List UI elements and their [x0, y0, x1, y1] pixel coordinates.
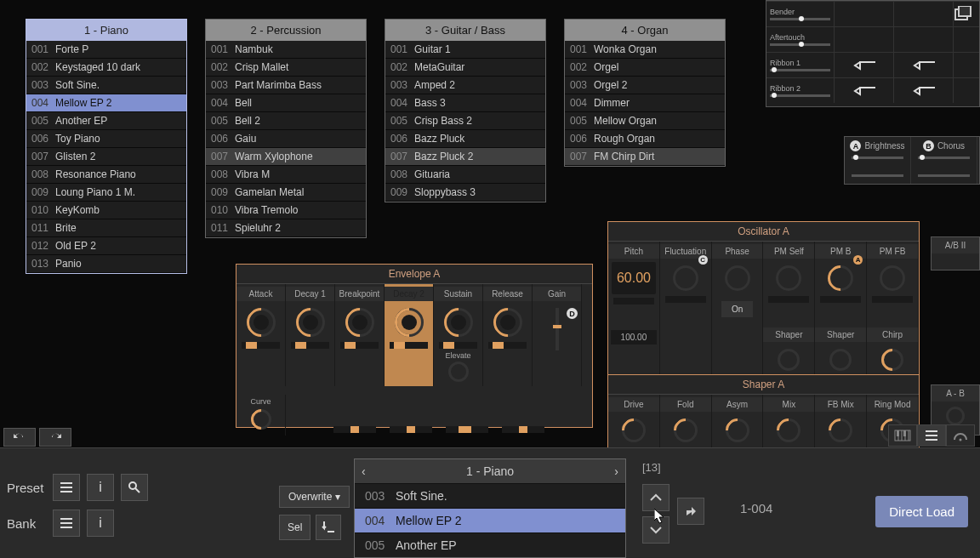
- macro-a[interactable]: ABrightness: [845, 137, 911, 166]
- mod-source[interactable]: Ribbon 1: [766, 53, 835, 77]
- redo-button[interactable]: [39, 428, 71, 447]
- browser-next-icon[interactable]: ›: [614, 464, 618, 478]
- chirp-knob[interactable]: [881, 349, 903, 371]
- osc-pitch[interactable]: Pitch60.00: [608, 242, 660, 325]
- view-keyboard-icon[interactable]: [888, 424, 917, 447]
- preset-item[interactable]: 004Dimmer: [565, 94, 725, 112]
- mod-route-a[interactable]: [835, 78, 894, 103]
- preset-item[interactable]: 003Orgel 2: [565, 77, 725, 94]
- preset-item[interactable]: 002Crisp Mallet: [206, 59, 366, 77]
- preset-item[interactable]: 005Another EP: [26, 112, 186, 130]
- ab-panel-1[interactable]: A/B II: [931, 236, 980, 270]
- category-header[interactable]: 3 - Guitar / Bass: [385, 20, 545, 41]
- preset-item[interactable]: 008Resonance Piano: [26, 166, 186, 184]
- nav-down-button[interactable]: [642, 516, 669, 544]
- preset-item[interactable]: 001Forte P: [26, 41, 186, 59]
- preset-item[interactable]: 009Loung Piano 1 M.: [26, 184, 186, 202]
- mod-route-a[interactable]: [835, 53, 894, 77]
- insert-button[interactable]: [316, 515, 341, 540]
- preset-item[interactable]: 006Rough Organ: [565, 130, 725, 148]
- mod-route-b[interactable]: [894, 27, 954, 52]
- preset-item[interactable]: 006Bazz Pluck: [385, 130, 545, 148]
- osc-pm-b[interactable]: PM BA: [815, 242, 867, 325]
- preset-item[interactable]: 009Gamelan Metal: [206, 184, 366, 202]
- shaper-knob-1[interactable]: [778, 349, 800, 371]
- mod-route-b[interactable]: [894, 2, 954, 26]
- curve-knob[interactable]: [251, 409, 271, 430]
- nav-up-button[interactable]: [642, 484, 669, 511]
- shaper-asym[interactable]: Asym: [712, 395, 764, 450]
- preset-item[interactable]: 010KeyKomb: [26, 202, 186, 219]
- mod-route-a[interactable]: [835, 27, 894, 52]
- bank-info-button[interactable]: i: [87, 510, 114, 537]
- shaper-drive[interactable]: Drive: [608, 395, 660, 450]
- preset-item[interactable]: 008Gituaria: [385, 166, 545, 184]
- envelope-stage-gain[interactable]: GainD: [533, 284, 582, 386]
- browser-prev-icon[interactable]: ‹: [362, 464, 366, 478]
- shaper-mix[interactable]: Mix: [763, 395, 815, 450]
- preset-item[interactable]: 011Spieluhr 2: [206, 219, 366, 237]
- macro-b[interactable]: BChorus: [911, 137, 977, 166]
- preset-item[interactable]: 002Orgel: [565, 59, 725, 77]
- preset-item[interactable]: 005Mellow Organ: [565, 112, 725, 130]
- mod-source[interactable]: Ribbon 2: [766, 78, 835, 103]
- sel-button[interactable]: Sel: [279, 515, 311, 540]
- envelope-stage-decay-1[interactable]: Decay 1: [286, 284, 335, 386]
- mod-route-a[interactable]: [835, 2, 894, 26]
- preset-item[interactable]: 007FM Chirp Dirt: [565, 148, 725, 166]
- osc-phase[interactable]: PhaseOn: [712, 242, 764, 325]
- browser-item[interactable]: 005Another EP: [355, 532, 625, 557]
- osc-pm-fb[interactable]: PM FB: [867, 242, 919, 325]
- direct-load-button[interactable]: Direct Load: [875, 496, 968, 527]
- preset-item[interactable]: 002Keystaged 10 dark: [26, 59, 186, 77]
- preset-item[interactable]: 007Bazz Pluck 2: [385, 148, 545, 166]
- preset-item[interactable]: 003Part Marimba Bass: [206, 77, 366, 94]
- overwrite-dropdown[interactable]: Overwrite▾: [279, 486, 350, 508]
- envelope-stage-attack[interactable]: Attack: [236, 284, 286, 386]
- preset-item[interactable]: 005Crisp Bass 2: [385, 112, 545, 130]
- shaper-fb-mix[interactable]: FB Mix: [815, 395, 867, 450]
- preset-item[interactable]: 009Sloppybass 3: [385, 184, 545, 202]
- preset-item[interactable]: 004Bass 3: [385, 94, 545, 112]
- preset-item[interactable]: 001Wonka Organ: [565, 41, 725, 59]
- preset-item[interactable]: 001Nambuk: [206, 41, 366, 59]
- preset-menu-button[interactable]: [53, 474, 80, 501]
- mod-route-b[interactable]: [894, 53, 954, 77]
- preset-item[interactable]: 006Gaiu: [206, 130, 366, 148]
- envelope-stage-breakpoint[interactable]: Breakpoint: [335, 284, 385, 386]
- preset-item[interactable]: 005Bell 2: [206, 112, 366, 130]
- undo-button[interactable]: [3, 428, 36, 447]
- preset-item[interactable]: 003Soft Sine.: [26, 77, 186, 94]
- preset-item[interactable]: 011Brite: [26, 219, 186, 237]
- preset-item[interactable]: 003Amped 2: [385, 77, 545, 94]
- preset-item[interactable]: 010Vibra Tremolo: [206, 202, 366, 219]
- bank-menu-button[interactable]: [53, 510, 80, 537]
- preset-item[interactable]: 008Vibra M: [206, 166, 366, 184]
- osc-fluctuation[interactable]: FluctuationC: [660, 242, 712, 325]
- envelope-stage-decay-2[interactable]: Decay 2: [385, 284, 434, 386]
- mod-route-b[interactable]: [894, 78, 954, 103]
- mod-source[interactable]: Bender: [766, 2, 835, 26]
- envelope-stage-sustain[interactable]: SustainElevate: [434, 284, 483, 386]
- preset-info-button[interactable]: i: [87, 474, 114, 501]
- browser-item[interactable]: 004Mellow EP 2: [355, 508, 625, 532]
- preset-item[interactable]: 012Old EP 2: [26, 237, 186, 255]
- view-list-icon[interactable]: [917, 424, 946, 447]
- window-icon[interactable]: [954, 6, 972, 23]
- category-header[interactable]: 4 - Organ: [565, 20, 725, 41]
- preset-item[interactable]: 004Mellow EP 2: [26, 94, 186, 112]
- browser-item[interactable]: 003Soft Sine.: [355, 483, 625, 508]
- shaper-knob-2[interactable]: [829, 349, 852, 371]
- category-header[interactable]: 2 - Percussion: [206, 20, 366, 41]
- preset-item[interactable]: 007Glisten 2: [26, 148, 186, 166]
- forward-button[interactable]: [677, 498, 704, 525]
- mod-source[interactable]: Aftertouch: [766, 27, 835, 52]
- preset-item[interactable]: 004Bell: [206, 94, 366, 112]
- preset-item[interactable]: 002MetaGuitar: [385, 59, 545, 77]
- preset-item[interactable]: 001Guitar 1: [385, 41, 545, 59]
- pitch-fine[interactable]: 100.00: [611, 330, 657, 344]
- preset-search-button[interactable]: [121, 474, 148, 501]
- category-header[interactable]: 1 - Piano: [26, 20, 186, 41]
- preset-item[interactable]: 006Toy Piano: [26, 130, 186, 148]
- preset-item[interactable]: 013Panio: [26, 255, 186, 273]
